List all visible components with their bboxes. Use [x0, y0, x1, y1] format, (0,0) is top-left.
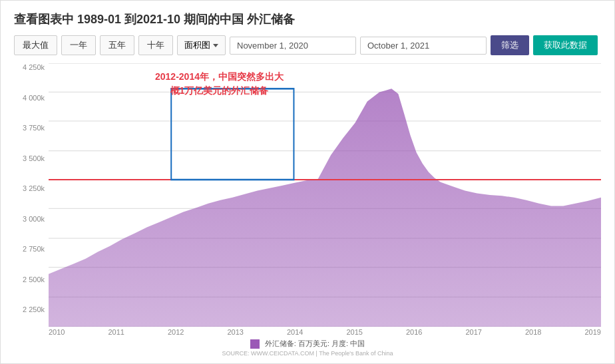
- btn-1y[interactable]: 一年: [61, 35, 96, 55]
- x-label-2018: 2018: [525, 328, 541, 336]
- chart-svg: [49, 63, 601, 327]
- svg-rect-11: [171, 89, 294, 180]
- btn-10y[interactable]: 十年: [138, 35, 173, 55]
- filter-button[interactable]: 筛选: [491, 35, 529, 55]
- y-label-9: 2 250k: [23, 305, 45, 313]
- chart-type-label: 面积图: [184, 39, 210, 51]
- y-label-6: 3 000k: [23, 215, 45, 223]
- legend: 外汇储备: 百万美元: 月度: 中国: [14, 339, 601, 349]
- y-axis: 4 250k 4 000k 3 750k 3 500k 3 250k 3 000…: [14, 63, 49, 327]
- y-label-7: 2 750k: [23, 245, 45, 253]
- y-label-1: 4 250k: [23, 63, 45, 71]
- y-label-2: 4 000k: [23, 94, 45, 102]
- chevron-down-icon: [213, 44, 218, 47]
- y-label-4: 3 500k: [23, 154, 45, 162]
- x-label-2017: 2017: [466, 328, 482, 336]
- chart-type-selector[interactable]: 面积图: [177, 35, 226, 55]
- x-label-2010: 2010: [49, 328, 65, 336]
- chart-area: 4 250k 4 000k 3 750k 3 500k 3 250k 3 000…: [14, 63, 601, 357]
- x-label-2015: 2015: [347, 328, 363, 336]
- toolbar: 最大值 一年 五年 十年 面积图 筛选 获取此数据: [14, 35, 601, 55]
- btn-max[interactable]: 最大值: [14, 35, 57, 55]
- source-text: SOURCE: WWW.CEICDATA.COM | The People's …: [14, 350, 601, 357]
- y-label-5: 3 250k: [23, 184, 45, 192]
- btn-5y[interactable]: 五年: [100, 35, 134, 55]
- legend-color-swatch: [250, 339, 260, 349]
- date-start-input[interactable]: [230, 37, 356, 55]
- y-label-3: 3 750k: [23, 124, 45, 132]
- x-label-2016: 2016: [406, 328, 422, 336]
- legend-label: 外汇储备: 百万美元: 月度: 中国: [265, 339, 365, 349]
- x-label-2019: 2019: [585, 328, 601, 336]
- x-label-2011: 2011: [108, 328, 124, 336]
- x-label-2012: 2012: [168, 328, 184, 336]
- main-container: 查看图表中 1989-01 到2021-10 期间的中国 外汇储备 最大值 一年…: [0, 0, 615, 364]
- chart-inner: 2012-2014年，中国突然多出大 概1万亿美元的外汇储备: [49, 63, 601, 327]
- date-end-input[interactable]: [360, 37, 487, 55]
- y-label-8: 2 500k: [23, 275, 45, 283]
- page-title: 查看图表中 1989-01 到2021-10 期间的中国 外汇储备: [14, 11, 601, 27]
- x-label-2014: 2014: [287, 328, 303, 336]
- chart-wrapper: 4 250k 4 000k 3 750k 3 500k 3 250k 3 000…: [14, 63, 601, 327]
- x-label-2013: 2013: [228, 328, 244, 336]
- x-axis: 2010 2011 2012 2013 2014 2015 2016 2017 …: [14, 328, 601, 336]
- get-data-button[interactable]: 获取此数据: [533, 35, 598, 55]
